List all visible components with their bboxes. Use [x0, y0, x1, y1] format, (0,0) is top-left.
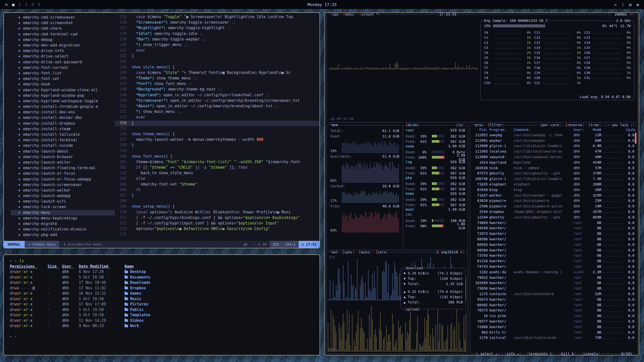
file-list-item[interactable]: ✱omarchy-install-tailscale: [18, 132, 115, 137]
file-list-item[interactable]: ✱omarchy-launch-floating-terminal-: [18, 165, 115, 171]
file-list-item[interactable]: ✱omarchy-install-chromium-google-a: [18, 104, 115, 109]
process-row[interactable]: 72073kworker/root0B0.0: [473, 231, 634, 236]
interval-minus-button[interactable]: -: [610, 12, 612, 16]
proc-footer-item-4[interactable]: signals: [580, 352, 601, 355]
file-list-item[interactable]: ✱omarchy-dev-add-migration: [18, 42, 115, 48]
process-row[interactable]: 76577kworker/root0B0.0: [473, 319, 634, 324]
file-list-item[interactable]: ✱omarchy-hook: [18, 81, 115, 87]
file-list-item[interactable]: ✱omarchy-install-steam: [18, 126, 115, 132]
interval-control[interactable]: - 2000ms +: [608, 12, 634, 16]
mem-tab[interactable]: ²mem: [329, 123, 339, 127]
process-row[interactable]: 68584kworker/root0B0.0: [473, 247, 634, 253]
proc-tab[interactable]: ⁴proc: [472, 123, 484, 127]
directory-link[interactable]: Downloads: [125, 280, 150, 286]
file-list-item[interactable]: ✱omarchy-launch-browser: [18, 154, 115, 160]
file-list-item[interactable]: ✱omarchy-launch-editor: [18, 160, 115, 165]
process-row[interactable]: 12244ghostty/usr/bin/ghostty --gtk-dhh86…: [473, 214, 634, 220]
net-tab[interactable]: ³net: [329, 250, 339, 254]
process-row[interactable]: 79032kworker/root0B0.0: [473, 275, 634, 280]
workspace-button-5[interactable]: 5: [38, 2, 40, 7]
process-row[interactable]: 102099kworker/root0B0.0: [473, 280, 634, 286]
process-row[interactable]: 87573ghostty/usr/bin/ghostty --gtk-dhh37…: [473, 171, 634, 176]
process-row[interactable]: 72088kworker/root0B0.0: [473, 324, 634, 330]
iface-prev-button[interactable]: b: [437, 250, 439, 254]
process-row[interactable]: 63816pipewire/usr/bin/pipewiredhh25M0.0: [473, 198, 634, 204]
terminal-body[interactable]: ~›ls Permissions Size User Date Modified…: [4, 255, 319, 343]
directory-link[interactable]: Desktop: [125, 269, 146, 275]
proc-col-header[interactable]: Pid:: [473, 128, 489, 132]
directory-link[interactable]: Music: [125, 296, 141, 302]
process-row[interactable]: 112052swaybg/usr/bin/swaybg -i /homdhh12…: [473, 132, 634, 138]
proc-footer-item-0[interactable]: ↑ select ↓: [473, 352, 500, 355]
filter-button[interactable]: filter: [487, 123, 505, 127]
screen-share-icon[interactable]: ⇄: [614, 2, 617, 7]
directory-link[interactable]: Templates: [125, 312, 150, 318]
proc-col-header[interactable]: MemB: [588, 128, 601, 132]
file-list-item[interactable]: ✱omarchy-launch-or-focus-webapp: [18, 176, 115, 182]
file-list-item[interactable]: ✱omarchy-migrate: [18, 221, 115, 227]
file-list-item[interactable]: ✱omarchy-notification-dismiss: [18, 227, 115, 232]
file-list-item[interactable]: ✱omarchy-menu: [11, 210, 115, 215]
process-row[interactable]: 71835elephantelephantdhh390M0.0: [473, 182, 634, 187]
proc-footer-item-3[interactable]: kill k: [558, 352, 577, 355]
tree-button[interactable]: tree: [587, 123, 602, 127]
file-list-item[interactable]: ✱omarchy-cmd-share: [18, 26, 115, 31]
process-row[interactable]: 74869kworker/root0B0.0: [473, 220, 634, 225]
iface-next-button[interactable]: n: [460, 250, 462, 254]
process-row[interactable]: 87649btopbtopdhh26M0.0: [473, 187, 634, 193]
process-row[interactable]: 1162avahi-daavahi-daemon: running [avahi…: [473, 269, 634, 275]
process-row[interactable]: 71837walker/usr/bin/walker --gappldhh325…: [473, 193, 634, 198]
file-list-item[interactable]: ✱omarchy-install-vscode: [18, 143, 115, 148]
file-list-item[interactable]: ✱omarchy-launch-webapp: [18, 193, 115, 199]
process-row[interactable]: 73656kworker/root0B0.0: [473, 286, 634, 291]
directory-link[interactable]: Documents: [125, 275, 150, 280]
per-core-button[interactable]: per-core: [539, 123, 562, 127]
process-row[interactable]: 76575kworker/root0B0.0: [473, 308, 634, 313]
file-list-item[interactable]: ✱omarchy-font-set: [18, 76, 115, 81]
cpu-tab[interactable]: ¹cpu: [329, 12, 339, 16]
file-list-item[interactable]: ✱omarchy-launch-or-focus: [18, 171, 115, 176]
file-list-item[interactable]: ✱omarchy-font-list: [18, 70, 115, 76]
zero-button[interactable]: zero: [375, 250, 389, 254]
process-row[interactable]: 81310kworker/root0B0.0: [473, 258, 634, 264]
file-list-item[interactable]: ✱omarchy-launch-screensaver: [18, 182, 115, 188]
interval-plus-button[interactable]: +: [629, 12, 631, 16]
directory-link[interactable]: Public: [125, 307, 144, 313]
file-list-item[interactable]: ✱omarchy-install-terminal: [18, 137, 115, 143]
process-row[interactable]: 803btrfs-trroot0B0.0: [473, 330, 634, 335]
file-list-item[interactable]: ✱omarchy-menu-keybindings: [18, 215, 115, 221]
file-list-item[interactable]: ✱omarchy-install-docker-dbs: [18, 115, 115, 120]
file-list-item[interactable]: ✱omarchy-hyprland-window-pop: [18, 93, 115, 98]
file-list-item[interactable]: ✱omarchy-cmd-screenshot: [18, 20, 115, 26]
file-list-item[interactable]: ✱omarchy-launch-walker: [18, 188, 115, 193]
process-row[interactable]: 68586kworker/root0B0.0: [473, 236, 634, 242]
sort-selector[interactable]: ‹ cpu lazy ›: [604, 123, 635, 127]
menu-button[interactable]: menu: [342, 12, 356, 16]
file-list[interactable]: ✱omarchy-cmd-screensaver✱omarchy-cmd-scr…: [4, 15, 115, 241]
file-list-item[interactable]: ✱omarchy-install-dev-env: [18, 109, 115, 115]
preset-button[interactable]: preset *: [358, 12, 381, 16]
directory-link[interactable]: Games: [125, 291, 141, 296]
code-lines[interactable]: 135 case $(menu "Toggle" "▣ Screensaver\…: [115, 15, 319, 241]
process-row[interactable]: 16rcu_preeroot0B0.0: [473, 313, 634, 319]
process-row[interactable]: 102638nvimnvim --embed .dhh57M0.0: [473, 165, 634, 171]
process-row[interactable]: 74733kworker/root0B0.0: [473, 264, 634, 269]
process-row[interactable]: 111965localsea/usr/lib/localsearch-exdhh…: [473, 149, 634, 154]
auto-button[interactable]: auto: [358, 250, 372, 254]
file-list-item[interactable]: ✱omarchy-hyprland-workspace-toggle: [18, 98, 115, 104]
process-row[interactable]: 112090glycin-i/usr/lib/glycin-loadersdhh…: [473, 143, 634, 149]
launcher-icon[interactable]: ⊞: [5, 2, 8, 7]
file-list-item[interactable]: ✱omarchy-cmd-terminal-cwd: [18, 31, 115, 37]
workspace-button-4[interactable]: 4: [31, 2, 34, 7]
process-row[interactable]: 68583kworker/root0B0.0: [473, 242, 634, 247]
file-list-item[interactable]: ✱omarchy-launch-wifi: [18, 199, 115, 204]
file-list-item[interactable]: ✱omarchy-drive-set-password: [18, 59, 115, 65]
file-list-item[interactable]: ✱omarchy-launch-about: [18, 149, 115, 154]
interface-switcher[interactable]: b enp191s0 n: [434, 250, 465, 254]
process-row[interactable]: 1170tailscal/usr/sbin/tailscaled --root7…: [473, 335, 634, 340]
power-icon[interactable]: ◉: [636, 2, 639, 7]
process-row[interactable]: 112061waybar/usr/bin/waybardhh68M0.0: [473, 138, 634, 143]
workspace-button-2[interactable]: 2: [18, 2, 21, 7]
directory-link[interactable]: Dropbox: [125, 286, 146, 291]
proc-col-header[interactable]: Command:: [513, 128, 574, 132]
